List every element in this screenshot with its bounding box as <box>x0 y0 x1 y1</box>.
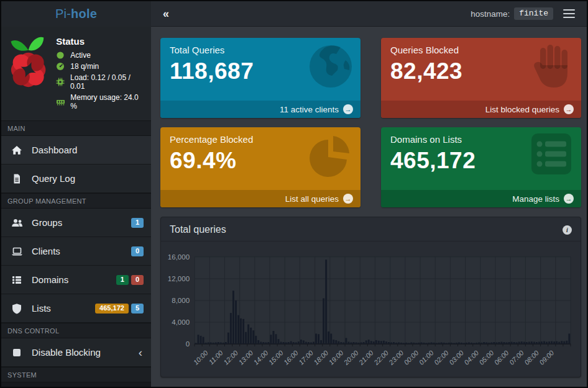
card-title: Total Queries <box>170 45 351 55</box>
shield-icon <box>11 303 24 314</box>
svg-text:04:00: 04:00 <box>462 348 480 366</box>
svg-text:16:00: 16:00 <box>282 348 300 366</box>
main-content: Total Queries 118,687 11 active clients … <box>151 27 587 387</box>
navbar-right: « hostname: finite <box>151 1 587 27</box>
svg-text:8,000: 8,000 <box>172 297 190 304</box>
top-navbar: Pi-hole « hostname: finite <box>1 1 587 27</box>
manage-lists-link[interactable]: Manage lists → <box>381 190 581 207</box>
sidebar-item-dashboard[interactable]: Dashboard <box>1 136 151 165</box>
total-queries-chart[interactable]: 04,0008,00012,00016,00010:0011:0012:0013… <box>161 241 581 377</box>
status-title: Status <box>56 36 146 47</box>
sidebar-item-groups[interactable]: Groups 1 <box>1 209 151 237</box>
sidebar-item-label: Groups <box>32 217 62 228</box>
svg-text:21:00: 21:00 <box>357 348 375 366</box>
arrow-circle-icon: → <box>343 104 353 114</box>
status-row-load: Load: 0.12 / 0.05 / 0.01 <box>56 73 146 91</box>
brand-link[interactable]: Pi-hole <box>55 7 97 21</box>
arrow-circle-icon: → <box>564 194 574 204</box>
card-footer-label: List blocked queries <box>485 105 559 114</box>
active-clients-link[interactable]: 11 active clients → <box>160 101 361 118</box>
card-body: Queries Blocked 82,423 <box>381 38 581 101</box>
card-domains-on-lists: Domains on Lists 465,172 Manage lists → <box>381 127 581 207</box>
card-percentage-blocked: Percentage Blocked 69.4% List all querie… <box>160 127 361 207</box>
svg-text:16,000: 16,000 <box>168 253 190 261</box>
sidebar-item-domains[interactable]: Domains 1 0 <box>1 266 151 294</box>
status-panel: Status Active 18 q/min Lo <box>1 27 151 120</box>
file-icon <box>11 173 24 184</box>
svg-text:14:00: 14:00 <box>252 348 270 366</box>
status-rate-label: 18 q/min <box>70 62 99 71</box>
card-title: Queries Blocked <box>390 45 572 55</box>
gauge-icon <box>56 62 65 71</box>
list-blocked-queries-link[interactable]: List blocked queries → <box>381 101 581 118</box>
summary-cards: Total Queries 118,687 11 active clients … <box>160 38 581 207</box>
brand-prefix: Pi- <box>55 7 71 20</box>
groups-count-badge: 1 <box>131 218 144 228</box>
laptop-icon <box>11 246 24 257</box>
chart-header: Total queries i <box>161 217 581 241</box>
sidebar-item-lists[interactable]: Lists 465,172 5 <box>1 294 151 323</box>
svg-text:08:00: 08:00 <box>523 348 541 366</box>
sidebar: Status Active 18 q/min Lo <box>1 27 151 387</box>
card-value: 465,172 <box>390 148 572 174</box>
sidebar-item-clients[interactable]: Clients 0 <box>1 237 151 266</box>
sidebar-item-disable-blocking[interactable]: Disable Blocking ‹ <box>1 338 151 367</box>
menu-section-system: SYSTEM <box>1 367 151 382</box>
lists-domains-badge: 465,172 <box>95 304 129 314</box>
card-value: 82,423 <box>390 58 572 84</box>
cpu-chip-icon <box>56 78 65 86</box>
svg-text:12,000: 12,000 <box>168 275 190 282</box>
arrow-circle-icon: → <box>564 104 574 114</box>
sidebar-item-label: Disable Blocking <box>32 347 101 358</box>
stop-icon <box>11 347 24 358</box>
sidebar-item-label: Query Log <box>32 173 75 184</box>
hostname: hostname: finite <box>471 7 553 20</box>
svg-text:06:00: 06:00 <box>493 348 511 366</box>
total-queries-chart-card: Total queries i 04,0008,00012,00016,0001… <box>160 217 581 377</box>
brand-area: Pi-hole <box>1 1 151 27</box>
card-body: Domains on Lists 465,172 <box>381 127 581 190</box>
svg-text:13:00: 13:00 <box>237 348 255 366</box>
svg-text:18:00: 18:00 <box>312 348 330 366</box>
svg-text:09:00: 09:00 <box>538 348 556 366</box>
svg-text:17:00: 17:00 <box>297 348 315 366</box>
pihole-raspberry-logo <box>9 34 48 91</box>
status-memory-label: Memory usage: 24.0 % <box>70 93 146 111</box>
card-footer-label: 11 active clients <box>280 105 339 114</box>
status-active-label: Active <box>70 51 91 60</box>
card-body: Total Queries 118,687 <box>160 38 361 101</box>
sidebar-collapse-button[interactable]: « <box>151 6 181 22</box>
card-total-queries: Total Queries 118,687 11 active clients … <box>160 38 361 118</box>
card-value: 118,687 <box>170 58 351 84</box>
domains-denied-badge: 0 <box>131 275 144 285</box>
list-all-queries-link[interactable]: List all queries → <box>160 190 361 207</box>
svg-text:11:00: 11:00 <box>207 348 224 366</box>
sidebar-item-query-log[interactable]: Query Log <box>1 165 151 193</box>
hamburger-menu-icon[interactable] <box>562 7 576 21</box>
lists-count-badge: 5 <box>131 304 144 314</box>
svg-text:00:00: 00:00 <box>402 348 420 366</box>
arrow-circle-icon: → <box>343 194 353 204</box>
brand-bold: hole <box>71 7 97 20</box>
info-icon[interactable]: i <box>563 225 572 235</box>
card-value: 69.4% <box>170 148 351 174</box>
svg-text:15:00: 15:00 <box>267 348 285 366</box>
svg-text:07:00: 07:00 <box>508 348 526 366</box>
chart-title: Total queries <box>170 224 226 235</box>
menu-section-dns-control: DNS CONTROL <box>1 323 151 338</box>
svg-text:10:00: 10:00 <box>192 348 210 366</box>
users-icon <box>11 217 24 228</box>
home-icon <box>11 145 24 156</box>
list-icon <box>11 274 24 286</box>
card-footer-label: Manage lists <box>512 194 559 204</box>
pihole-dashboard-window: Pi-hole « hostname: finite <box>0 0 588 388</box>
svg-text:23:00: 23:00 <box>387 348 405 366</box>
sidebar-item-label: Lists <box>32 303 51 314</box>
svg-text:03:00: 03:00 <box>448 348 466 366</box>
svg-text:20:00: 20:00 <box>342 348 360 366</box>
hostname-value-badge: finite <box>514 7 553 20</box>
clients-count-badge: 0 <box>131 246 144 256</box>
menu-section-group-management: GROUP MANAGEMENT <box>1 193 151 209</box>
svg-text:4,000: 4,000 <box>172 318 190 326</box>
svg-text:12:00: 12:00 <box>222 348 240 366</box>
